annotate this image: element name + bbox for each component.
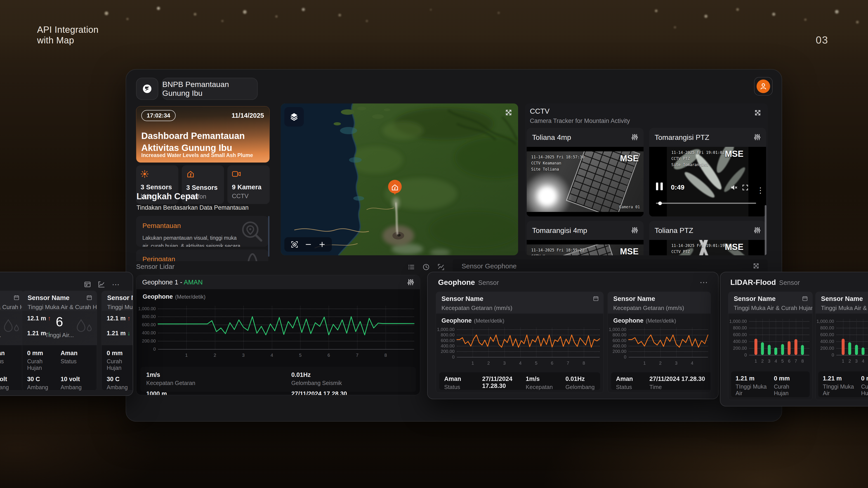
camera-name: Toliana 4mp xyxy=(532,133,571,142)
pause-button[interactable] xyxy=(656,187,665,191)
map-panel[interactable] xyxy=(281,103,518,255)
sensor-stats: 0 mmCurah Hujan AmanStatus 30 CAmbang Ba… xyxy=(102,345,133,390)
footer-item: 1m/sKecepatan Getaran xyxy=(146,371,291,386)
footer-item: 0.01HzGelombang Seismik xyxy=(291,371,410,386)
map-expand-button[interactable] xyxy=(504,108,513,117)
video-controls: 0:49 xyxy=(656,183,759,193)
flood-sensor-card[interactable]: Sensor Name Tinggi Muka Air & Curah Huja… xyxy=(728,292,813,400)
camera-corner-label: Camera 01 xyxy=(619,205,640,209)
calendar-icon[interactable] xyxy=(86,295,92,300)
list-icon[interactable] xyxy=(408,263,415,271)
lidar-flood-window: LIDAR-FloodSensor Sensor Name Tinggi Muk… xyxy=(720,272,868,406)
calendar-icon[interactable] xyxy=(13,295,20,300)
expand-icon xyxy=(752,262,760,270)
page-title-line1: API Integration xyxy=(37,24,98,35)
zoom-out-button[interactable] xyxy=(305,240,312,248)
window-title[interactable]: BNPB Pemantauan Gunung Ibu xyxy=(162,78,258,100)
geophone1-footer: 1m/sKecepatan Getaran 0.01HzGelombang Se… xyxy=(141,367,416,392)
window-title: Geophone xyxy=(438,278,475,287)
ellipsis-icon[interactable]: ⋯ xyxy=(112,280,120,289)
quick-steps-subtitle: Tindakan Berdasarkan Data Pemantauan xyxy=(136,204,249,211)
camera-card-toliana-4mp[interactable]: Toliana 4mp 11-14-2025 Fri 18:57:30 CCTV… xyxy=(527,128,644,217)
camera-card-tomarangisi-ptz[interactable]: Tomarangisi PTZ 11-14-2025 Fri 19:01:02 … xyxy=(649,128,766,217)
cctv-expand-button[interactable] xyxy=(753,108,762,117)
geophone-sensor-card[interactable]: Sensor Name Kecepatan Getaran (mm/s) Geo… xyxy=(436,292,603,393)
map-layers-button[interactable] xyxy=(284,107,304,127)
section-title-sensor-lidar: Sensor Lidar xyxy=(136,263,175,270)
geophone-sensor-window: GeophoneSensor ⋯ Sensor Name Kecepatan G… xyxy=(427,272,719,399)
page-title-line2: with Map xyxy=(37,35,98,46)
footer-item: 1000 mThreshold Limit xyxy=(146,390,291,395)
video-progress-bar[interactable] xyxy=(656,203,756,204)
page-number: 03 xyxy=(816,34,828,46)
sliders-icon[interactable] xyxy=(753,226,761,234)
sliders-icon[interactable] xyxy=(407,278,414,286)
clock-icon[interactable] xyxy=(423,263,430,271)
camera-feed: 11-14-2025 Fri 18:57:30 CCTV Keamanan Si… xyxy=(527,151,644,212)
zoom-in-button[interactable] xyxy=(318,240,326,248)
app-logo-button[interactable] xyxy=(136,78,158,100)
alert-subheading: Increased Water Levels and Small Ash Plu… xyxy=(141,152,253,158)
flood-footer: 1.21 mTInggi Muka Air 0 mmCurah Hujan 40… xyxy=(818,371,868,397)
water-level-label: Tinggi Air... xyxy=(0,332,1,339)
camera-overlay-text: 11-14-2025 Fri 19:01:02 CCTV PTZ Site To… xyxy=(671,150,724,168)
geophone-sensor-card[interactable]: Sensor Name Kecepatan Getaran (mm/s) Geo… xyxy=(608,292,711,393)
column-scrollbar[interactable] xyxy=(268,216,270,257)
camera-card-toliana-ptz[interactable]: Toliana PTZ 11-14-2025 Fri 19:01:19 CCTV… xyxy=(649,221,766,255)
cctv-title: CCTV xyxy=(530,107,550,116)
section-title-sensor-geophone: Sensor Geophone xyxy=(462,262,517,270)
geophone1-chart: 1,000.00800.00600.00400.00200.0001234567… xyxy=(138,303,414,365)
expand-icon xyxy=(504,108,513,117)
calendar-icon[interactable] xyxy=(802,295,808,301)
quick-card-pemantauan[interactable]: Pemantauan Lakukan pemantauan visual, ti… xyxy=(136,216,268,247)
lidar-sensor-card[interactable]: Sensor Name Tinggi Muka Air & Curah Huja… xyxy=(22,291,97,391)
window-toolbar: ⋯ xyxy=(84,280,120,289)
mute-icon[interactable] xyxy=(730,184,738,191)
video-time: 0:49 xyxy=(671,184,684,191)
sensor-geophone-expand-button[interactable] xyxy=(752,262,760,270)
focus-icon[interactable] xyxy=(290,240,299,249)
lidar-sensor-card[interactable]: Sensor Name Tinggi Muka Air & Curah Huja… xyxy=(0,291,24,391)
profile-button[interactable] xyxy=(754,77,773,96)
sensor-stats: 0 mmCurah Hujan AmanStatus 30 CAmbang Ba… xyxy=(0,345,24,390)
geophone-footer: AmanStatus 27/11/2024 17.28.30Time 1m/sK… xyxy=(439,372,600,390)
geophone-chart: 1,000.00800.00600.00400.00200.0001234 xyxy=(609,326,708,370)
house-icon xyxy=(186,170,195,178)
footer-item: 27/11/2024 17.28.30Time xyxy=(291,390,410,395)
cctv-subtitle: Camera Tracker for Mountain Activity xyxy=(530,118,630,125)
sensor-stats: 0 mmCurah Hujan AmanStatus 30 CAmbang Ba… xyxy=(22,345,97,390)
pin-search-icon xyxy=(239,219,265,246)
chart-unit: Geophone xyxy=(143,293,173,300)
water-level-label: Tinggi Air... xyxy=(45,332,74,339)
quick-card-body: Lakukan pemantauan visual, tinggi muka a… xyxy=(143,234,242,247)
chart-icon[interactable] xyxy=(98,281,105,288)
sun-icon xyxy=(141,170,149,178)
ellipsis-icon[interactable]: ⋯ xyxy=(700,278,708,287)
camera-feed: 11-14-2025 Fri 18:59:22 CCTV Keamanan Si… xyxy=(527,245,644,255)
water-level-value: 6 xyxy=(56,314,63,329)
alert-card[interactable]: 17:02:34 11/14/2025 Dashboard Pemantauan… xyxy=(136,106,270,163)
geophone1-card[interactable]: Geophone 1 - AMAN Geophone(Meter/detik) … xyxy=(136,275,420,395)
mse-badge: MSE xyxy=(620,154,639,163)
cctv-panel: CCTV Camera Tracker for Mountain Activit… xyxy=(525,103,768,255)
cctv-scrollbar[interactable] xyxy=(765,205,767,255)
stat-card-cctv[interactable]: 9 Kamera CCTV xyxy=(227,165,270,204)
camera-card-tomarangisi-4mp[interactable]: Tomarangisi 4mp 11-14-2025 Fri 18:59:22 … xyxy=(527,221,644,255)
panel-icon[interactable] xyxy=(84,281,91,288)
lidar-sensor-card[interactable]: Sensor Name Tinggi Muka Air & Curah Huja… xyxy=(101,291,133,391)
progress-handle[interactable] xyxy=(658,201,662,205)
drops-icon xyxy=(2,317,21,338)
sliders-icon[interactable] xyxy=(753,133,761,141)
calendar-icon[interactable] xyxy=(593,295,599,301)
more-options-icon[interactable]: ⋮ xyxy=(756,186,764,195)
sliders-icon[interactable] xyxy=(631,133,639,141)
fullscreen-icon[interactable] xyxy=(742,184,749,191)
stat-value: 3 Sensors xyxy=(186,184,219,191)
camera-overlay-text: 11-14-2025 Fri 18:57:30 CCTV Keamanan Si… xyxy=(531,154,584,173)
flood-sensor-card[interactable]: Sensor Name Tinggi Muka Air & Curah Huja… xyxy=(815,292,868,400)
summary-column: 17:02:34 11/14/2025 Dashboard Pemantauan… xyxy=(136,106,270,261)
chart-icon[interactable] xyxy=(437,263,445,271)
sliders-icon[interactable] xyxy=(631,226,639,234)
camera-name: Tomarangisi PTZ xyxy=(655,133,709,142)
quick-card-peringatan[interactable]: Peringatan xyxy=(136,250,268,261)
